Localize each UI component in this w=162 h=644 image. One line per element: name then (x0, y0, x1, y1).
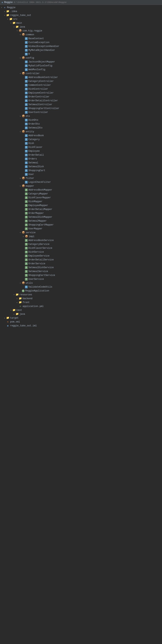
tree-item-AddressBook[interactable]: C AddressBook (0, 134, 162, 138)
tree-item-ShoppingCartController[interactable]: C ShoppingCartController (0, 106, 162, 110)
tree-item-User[interactable]: C User (0, 172, 162, 176)
tree-item-label: SetmealController (28, 103, 52, 106)
tree-item-label: CategoryService (28, 243, 49, 246)
header-path: E:\IntelliJ IDEA 2021.3.1\IDEAcode\Reggi… (14, 1, 67, 4)
tree-item-ShoppingCart[interactable]: C ShoppingCart (0, 168, 162, 172)
tree-item-OrderDetailMapper[interactable]: I OrderDetailMapper (0, 208, 162, 211)
tree-item-front[interactable]: 📁 front (0, 300, 162, 304)
tree-item-java[interactable]: 📁 java (0, 25, 162, 29)
tree-item-backend[interactable]: 📁 backend (0, 297, 162, 300)
tree-item-JacksonObjectMapper[interactable]: C JacksonObjectMapper (0, 60, 162, 64)
tree-item-reggie_take_out[interactable]: 📁 reggie_take_out (0, 14, 162, 17)
tree-item-DishMapper[interactable]: I DishMapper (0, 200, 162, 204)
tree-item-OrderController[interactable]: C OrderController (0, 95, 162, 99)
tree-item-EmployeeService[interactable]: I EmployeeService (0, 254, 162, 258)
tree-item-OrderDetailService[interactable]: I OrderDetailService (0, 258, 162, 262)
tree-item-impl[interactable]: 📦 impl (0, 234, 162, 238)
tree-item-Employee[interactable]: C Employee (0, 149, 162, 153)
tree-item-CategoryMapper[interactable]: I CategoryMapper (0, 192, 162, 196)
tree-item-DishFlavorMapper[interactable]: I DishFlavorMapper (0, 196, 162, 200)
tree-item-SetmealDish[interactable]: C SetmealDish (0, 165, 162, 168)
tree-item-label: AddressBookService (28, 239, 54, 242)
tree-item-ShoppingCartService[interactable]: I ShoppingCartService (0, 274, 162, 277)
tree-item-UserMapper[interactable]: I UserMapper (0, 227, 162, 231)
tree-item-UserService[interactable]: I UserService (0, 277, 162, 281)
tree-item-src[interactable]: 📁 src (0, 17, 162, 21)
class-icon: C (25, 181, 28, 184)
tree-item-AddressBookController[interactable]: C AddressBookController (0, 76, 162, 79)
tree-item-SetmealDishMapper[interactable]: I SetmealDishMapper (0, 215, 162, 219)
tree-item-label: OrderDetailController (28, 99, 58, 102)
tree-item-SetmealController[interactable]: C SetmealController (0, 103, 162, 106)
tree-item-SetmealService[interactable]: I SetmealService (0, 270, 162, 274)
tree-item-CategoryController[interactable]: C CategoryController (0, 79, 162, 83)
tree-item-service[interactable]: 📦 service (0, 231, 162, 234)
interface-icon: I (25, 212, 28, 214)
tree-item-AddressBookMapper[interactable]: I AddressBookMapper (0, 188, 162, 192)
tree-item-OrderService[interactable]: I OrderService (0, 262, 162, 266)
tree-item-DishFlavorService[interactable]: I DishFlavorService (0, 246, 162, 250)
tree-item-EmployeeController[interactable]: C EmployeeController (0, 91, 162, 95)
tree-item-idea[interactable]: 📁 .idea (0, 10, 162, 14)
tree-item-Orders[interactable]: C Orders (0, 157, 162, 161)
tree-item-OrderDetailController[interactable]: C OrderDetailController (0, 99, 162, 103)
arrow-open (19, 282, 22, 284)
tree-item-resources[interactable]: 📁 resources (0, 293, 162, 297)
tree-item-target[interactable]: 📁 target (0, 316, 162, 320)
tree-item-utils[interactable]: 📦 utils (0, 281, 162, 285)
tree-item-test[interactable]: 📁 test (0, 308, 162, 312)
tree-item-test_java[interactable]: 📁 java (0, 312, 162, 316)
tree-item-label: WebMvcConfig (28, 68, 45, 71)
tree-item-label: OrderDto (28, 123, 40, 125)
tree-item-root[interactable]: ◈ Reggie (0, 6, 162, 10)
tree-item-config[interactable]: 📦 config (0, 56, 162, 60)
tree-item-Dish[interactable]: C Dish (0, 142, 162, 145)
tree-item-controller[interactable]: 📦 controller (0, 72, 162, 76)
tree-item-R[interactable]: C R (0, 52, 162, 56)
tree-item-BaseContext[interactable]: C BaseContext (0, 37, 162, 40)
tree-item-ValidateCodeUtils[interactable]: C ValidateCodeUtils (0, 285, 162, 289)
tree-item-DishService[interactable]: I DishService (0, 250, 162, 254)
tree-item-SetmealDto[interactable]: C SetmealDto (0, 126, 162, 130)
tree-item-mapper[interactable]: 📦 mapper (0, 184, 162, 188)
tree-item-com_hjg_reggie[interactable]: 📦 com.hjg.reggie (0, 29, 162, 33)
tree-item-Category[interactable]: C Category (0, 138, 162, 142)
class-icon: C (25, 99, 28, 102)
tree-item-label: backend (23, 297, 32, 300)
tree-item-OrderDto[interactable]: C OrderDto (0, 122, 162, 126)
tree-item-OrderDetail[interactable]: C OrderDetail (0, 153, 162, 157)
tree-item-LoginCheckFilter[interactable]: C LoginCheckFilter (0, 180, 162, 184)
tree-item-CustomException[interactable]: C CustomException (0, 40, 162, 44)
tree-item-filter[interactable]: 📦 filter (0, 176, 162, 180)
tree-item-pom_xml[interactable]: m pom.xml (0, 320, 162, 324)
tree-item-reggie_iml[interactable]: ▣ reggie_take_out.iml (0, 324, 162, 328)
interface-icon: I (25, 262, 28, 265)
tree-item-ReggieApplication[interactable]: C ReggieApplication (0, 289, 162, 293)
tree-item-AddressBookService[interactable]: I AddressBookService (0, 238, 162, 242)
tree-item-common[interactable]: 📦 common (0, 33, 162, 37)
tree-item-CommonController[interactable]: C CommonController (0, 83, 162, 87)
class-icon: C (25, 119, 28, 122)
folder-icon: 📁 (13, 22, 16, 24)
tree-item-application_yml[interactable]: ⚙ application.yml (0, 304, 162, 308)
tree-item-CategoryService[interactable]: I CategoryService (0, 242, 162, 246)
tree-item-DishController[interactable]: C DishController (0, 87, 162, 91)
tree-item-MyMetaObjectHandler[interactable]: C MyMetaObjectHandler (0, 48, 162, 52)
tree-item-DishDto[interactable]: C DishDto (0, 118, 162, 122)
tree-item-UserController[interactable]: C UserController (0, 110, 162, 114)
tree-item-label: GlobalExceptionHandler (28, 45, 59, 48)
tree-item-DishFlavor[interactable]: C DishFlavor (0, 145, 162, 149)
tree-item-ShoppingCartMapper[interactable]: I ShoppingCartMapper (0, 223, 162, 227)
tree-item-WebMvcConfig[interactable]: C WebMvcConfig (0, 68, 162, 72)
tree-item-SetmealDishService[interactable]: I SetmealDishService (0, 266, 162, 270)
tree-item-OrderMapper[interactable]: I OrderMapper (0, 211, 162, 215)
tree-item-dto[interactable]: 📦 dto (0, 114, 162, 118)
tree-item-GlobalExceptionHandler[interactable]: C GlobalExceptionHandler (0, 44, 162, 48)
tree-item-MybatisPlusConfig[interactable]: C MybatisPlusConfig (0, 64, 162, 68)
tree-item-main[interactable]: 📁 main (0, 21, 162, 25)
tree-item-EmployeeMapper[interactable]: I EmployeeMapper (0, 204, 162, 208)
tree-item-label: SetmealDish (28, 165, 44, 168)
tree-item-SetmealMapper[interactable]: I SetmealMapper (0, 219, 162, 223)
tree-item-Setmeal[interactable]: C Setmeal (0, 161, 162, 165)
tree-item-entity[interactable]: 📦 entity (0, 130, 162, 134)
